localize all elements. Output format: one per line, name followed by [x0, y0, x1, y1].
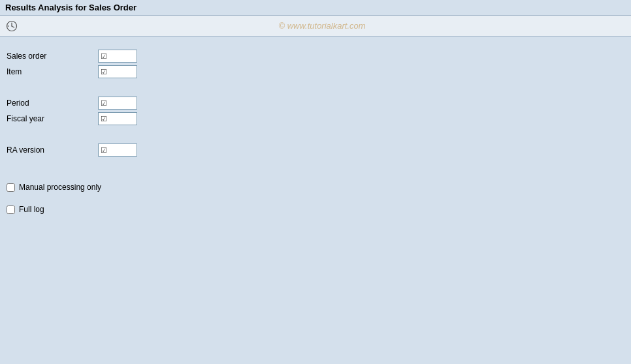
- checkbox-manual-processing[interactable]: [7, 183, 15, 192]
- label-ra-version: RA version: [7, 145, 98, 155]
- form-row-fiscal-year: Fiscal year ☑: [7, 112, 624, 125]
- input-sales-order[interactable]: ☑: [98, 50, 137, 63]
- toolbar: © www.tutorialkart.com: [0, 16, 631, 37]
- input-period[interactable]: ☑: [98, 97, 137, 110]
- label-item: Item: [7, 67, 98, 76]
- form-row-period: Period ☑: [7, 97, 624, 110]
- section-ra: RA version ☑: [7, 144, 624, 157]
- checkbox-icon-period: ☑: [101, 99, 107, 108]
- checkbox-icon-item: ☑: [101, 68, 107, 76]
- checkbox-icon-ra-version: ☑: [101, 146, 107, 155]
- title-bar: Results Analysis for Sales Order: [0, 0, 631, 16]
- input-container-sales-order: ☑: [98, 50, 137, 63]
- section-period: Period ☑ Fiscal year ☑: [7, 97, 624, 125]
- input-container-item: ☑: [98, 65, 137, 78]
- svg-line-2: [12, 26, 14, 27]
- checkbox-icon-sales-order: ☑: [101, 52, 107, 61]
- label-full-log[interactable]: Full log: [19, 205, 44, 214]
- input-container-fiscal-year: ☑: [98, 112, 137, 125]
- input-item[interactable]: ☑: [98, 65, 137, 78]
- watermark-text: © www.tutorialkart.com: [18, 21, 626, 31]
- label-fiscal-year: Fiscal year: [7, 114, 98, 123]
- checkbox-icon-fiscal-year: ☑: [101, 115, 107, 123]
- svg-point-3: [8, 25, 9, 27]
- checkbox-full-log[interactable]: [7, 205, 15, 214]
- input-container-period: ☑: [98, 97, 137, 110]
- clock-icon[interactable]: [5, 20, 18, 33]
- form-row-ra-version: RA version ☑: [7, 144, 624, 157]
- checkbox-row-full-log: Full log: [7, 205, 624, 214]
- form-row-item: Item ☑: [7, 65, 624, 78]
- label-sales-order: Sales order: [7, 52, 98, 61]
- checkbox-row-manual: Manual processing only: [7, 183, 624, 192]
- input-ra-version[interactable]: ☑: [98, 144, 137, 157]
- form-row-sales-order: Sales order ☑: [7, 50, 624, 63]
- input-container-ra-version: ☑: [98, 144, 137, 157]
- label-manual-processing[interactable]: Manual processing only: [19, 183, 101, 192]
- section-order: Sales order ☑ Item ☑: [7, 50, 624, 78]
- main-content: Sales order ☑ Item ☑ Period ☑: [0, 37, 631, 226]
- page-title: Results Analysis for Sales Order: [5, 3, 137, 12]
- input-fiscal-year[interactable]: ☑: [98, 112, 137, 125]
- label-period: Period: [7, 99, 98, 108]
